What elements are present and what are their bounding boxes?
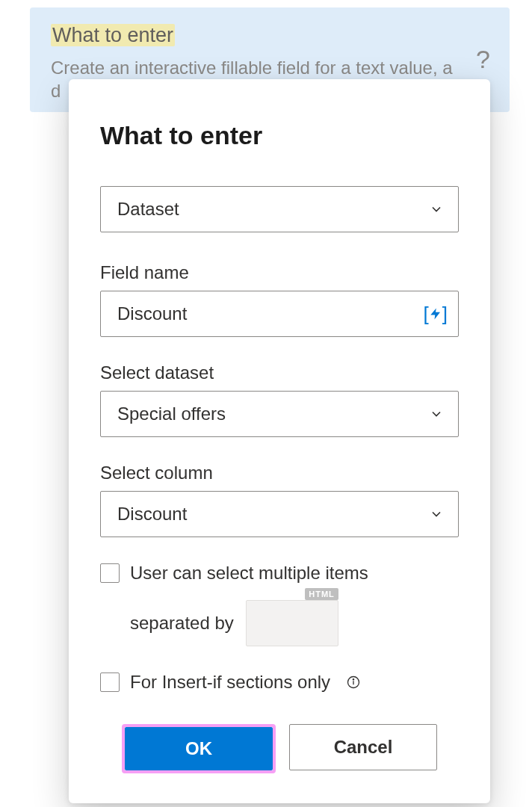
svg-point-3 bbox=[353, 679, 353, 680]
type-select[interactable]: Dataset bbox=[100, 186, 459, 232]
chevron-down-icon bbox=[428, 406, 445, 422]
select-column-dropdown[interactable]: Discount bbox=[100, 491, 459, 537]
chevron-down-icon bbox=[428, 201, 445, 217]
insert-if-label: For Insert-if sections only bbox=[130, 672, 330, 693]
separator-row: separated by HTML bbox=[130, 600, 459, 646]
separator-label: separated by bbox=[130, 613, 234, 634]
multi-select-row: User can select multiple items bbox=[100, 563, 459, 584]
svg-marker-0 bbox=[430, 309, 440, 320]
field-name-value: Discount bbox=[117, 303, 187, 324]
cancel-button[interactable]: Cancel bbox=[289, 724, 437, 770]
field-name-label: Field name bbox=[100, 262, 459, 283]
field-name-input[interactable]: Discount [] bbox=[100, 291, 459, 337]
type-select-value: Dataset bbox=[117, 199, 179, 220]
help-icon[interactable]: ? bbox=[476, 45, 490, 74]
insert-if-checkbox[interactable] bbox=[100, 672, 120, 692]
select-column-value: Discount bbox=[117, 504, 187, 525]
separator-input[interactable] bbox=[246, 600, 338, 646]
insert-if-row: For Insert-if sections only bbox=[100, 672, 459, 693]
what-to-enter-modal: What to enter Dataset Field name Discoun… bbox=[69, 79, 490, 803]
info-icon[interactable] bbox=[345, 674, 362, 690]
select-dataset-label: Select dataset bbox=[100, 362, 459, 383]
modal-button-row: OK Cancel bbox=[100, 724, 459, 773]
multi-select-checkbox[interactable] bbox=[100, 563, 120, 583]
multi-select-label: User can select multiple items bbox=[130, 563, 368, 584]
html-badge: HTML bbox=[305, 588, 338, 600]
modal-title: What to enter bbox=[100, 121, 459, 150]
page-title-highlight: What to enter bbox=[51, 24, 175, 46]
chevron-down-icon bbox=[428, 506, 445, 522]
ok-button-highlight: OK bbox=[122, 724, 276, 773]
ok-button[interactable]: OK bbox=[125, 727, 273, 770]
select-dataset-dropdown[interactable]: Special offers bbox=[100, 391, 459, 437]
select-dataset-value: Special offers bbox=[117, 404, 226, 424]
dynamic-value-icon[interactable]: [] bbox=[424, 303, 448, 326]
select-column-label: Select column bbox=[100, 463, 459, 483]
